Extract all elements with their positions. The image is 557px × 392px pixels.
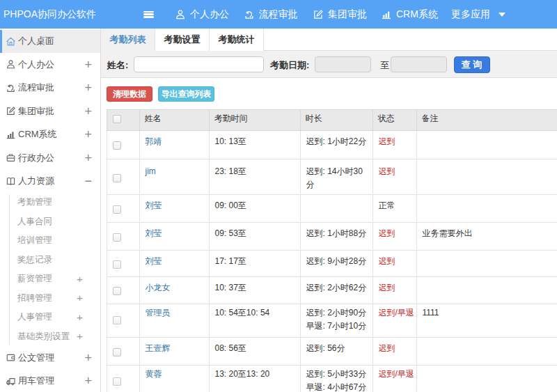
employee-name-link[interactable]: 刘莹 <box>146 201 162 210</box>
export-list-button[interactable]: 导出查询列表 <box>158 86 214 102</box>
sidebar-item-label: 人力资源 <box>18 175 54 187</box>
sidebar-item-9[interactable]: 用车管理+ <box>0 370 100 392</box>
sidebar-subitem-label: 基础类别设置 <box>17 331 70 343</box>
sidebar-item-3[interactable]: 流程审批+ <box>0 77 100 100</box>
table-head: 姓名考勤时间时长状态备注 <box>107 110 557 131</box>
row-checkbox[interactable] <box>113 260 121 269</box>
expand-toggle[interactable]: + <box>84 127 92 142</box>
attendance-time-cell: 10: 37至 <box>209 277 300 304</box>
row-checkbox[interactable] <box>113 141 121 150</box>
sidebar-subitem-label: 人事合同 <box>17 216 52 228</box>
employee-name-link[interactable]: 小龙女 <box>146 283 171 292</box>
name-cell: 小龙女 <box>139 277 209 304</box>
sidebar-item-5[interactable]: CRM系统+ <box>0 123 100 147</box>
employee-name-link[interactable]: 刘莹 <box>146 256 162 266</box>
sidebar-item-2[interactable]: 个人办公+ <box>0 53 100 77</box>
employee-name-link[interactable]: 刘莹 <box>146 228 162 238</box>
top-nav-item-1[interactable]: 个人办公 <box>175 0 229 29</box>
note-cell <box>416 195 557 223</box>
row-select-cell <box>107 338 139 366</box>
query-button[interactable]: 查 询 <box>454 56 490 73</box>
edit-icon <box>313 9 324 20</box>
top-nav-label: 更多应用 <box>451 8 490 21</box>
edit-icon <box>6 106 16 116</box>
sidebar-subitem-1[interactable]: 考勤管理 <box>0 193 100 212</box>
attendance-table: 姓名考勤时间时长状态备注 郭靖10: 13至迟到: 1小时22分迟到jim23:… <box>107 109 557 392</box>
expand-toggle[interactable]: + <box>84 57 92 72</box>
column-header-3: 时长 <box>300 110 372 131</box>
top-nav-item-2[interactable]: 流程审批 <box>244 0 298 29</box>
duration-cell: 迟到: 9小时28分 <box>300 251 372 277</box>
row-checkbox[interactable] <box>113 377 121 386</box>
top-nav-item-4[interactable]: CRM系统 <box>381 0 438 29</box>
row-checkbox[interactable] <box>113 348 121 356</box>
filter-panel: 姓名: 考勤日期: 至 查 询 <box>101 51 557 78</box>
name-cell: 管理员 <box>139 304 209 338</box>
sidebar-item-8[interactable]: 公文管理+ <box>0 346 100 370</box>
employee-name-link[interactable]: 郭靖 <box>146 136 162 146</box>
sidebar-submenu: 考勤管理人事合同培训管理奖惩记录薪资管理+招聘管理+人事管理+基础类别设置+ <box>0 193 100 346</box>
icon-shape <box>7 155 15 161</box>
date-from-input[interactable] <box>315 56 371 72</box>
employee-name-link[interactable]: 黄蓉 <box>146 369 162 379</box>
icon-shape <box>8 84 14 91</box>
sidebar-subitem-label: 招聘管理 <box>17 292 52 304</box>
row-checkbox[interactable] <box>113 287 121 295</box>
row-checkbox[interactable] <box>113 233 121 242</box>
row-checkbox[interactable] <box>113 174 121 182</box>
truck-icon <box>6 376 16 386</box>
select-all-checkbox[interactable] <box>113 115 121 123</box>
expand-toggle[interactable]: + <box>84 350 92 365</box>
sidebar-item-4[interactable]: 集团审批+ <box>0 100 100 123</box>
attendance-time-cell: 09: 53至 <box>209 223 300 251</box>
expand-toggle[interactable]: + <box>84 104 92 118</box>
sidebar-subitem-7[interactable]: 人事管理+ <box>0 308 100 327</box>
expand-toggle[interactable]: + <box>84 150 92 165</box>
sidebar-subitem-6[interactable]: 招聘管理+ <box>0 289 100 308</box>
status-text: 迟到 <box>379 343 395 353</box>
tab-2[interactable]: 考勤设置 <box>155 29 210 51</box>
wallet-icon-wrap <box>6 352 16 363</box>
employee-name-link[interactable]: 王壹辉 <box>146 343 171 353</box>
duration-text: 迟到: 5小时33分 <box>306 369 367 379</box>
row-checkbox[interactable] <box>113 316 121 324</box>
employee-name-link[interactable]: 管理员 <box>146 308 171 317</box>
tab-3[interactable]: 考勤统计 <box>210 29 264 51</box>
tab-1[interactable]: 考勤列表 <box>101 29 155 52</box>
sidebar-subitem-4[interactable]: 奖惩记录 <box>0 251 100 270</box>
sidebar-item-6[interactable]: 行政办公+ <box>0 146 100 170</box>
sidebar-subitem-5[interactable]: 薪资管理+ <box>0 269 100 289</box>
employee-name-link[interactable]: jim <box>146 166 156 176</box>
caret-down-icon <box>499 13 505 17</box>
expand-toggle[interactable]: + <box>84 81 92 95</box>
status-text: 迟到 <box>379 166 395 176</box>
expand-toggle[interactable]: − <box>84 174 92 189</box>
sidebar-subitem-8[interactable]: 基础类别设置+ <box>0 327 100 347</box>
sidebar-subitem-3[interactable]: 培训管理 <box>0 231 100 251</box>
expand-toggle[interactable]: + <box>84 374 92 389</box>
duration-text: 早退: 7小时10分 <box>306 321 367 331</box>
status-text: 迟到 <box>379 283 395 292</box>
sidebar-item-7[interactable]: 人力资源− <box>0 170 100 194</box>
user-icon <box>6 59 16 70</box>
expand-toggle[interactable]: + <box>77 292 83 304</box>
duration-text: 迟到: 2小时62分 <box>306 283 367 292</box>
sidebar-item-1[interactable]: 个人桌面 <box>0 30 100 54</box>
sidebar-subitem-2[interactable]: 人事合同 <box>0 212 100 232</box>
top-nav-item-5[interactable]: 更多应用 <box>451 0 505 29</box>
table-row-6: 小龙女10: 37至迟到: 2小时62分迟到 <box>107 277 557 304</box>
briefcase-icon-wrap <box>6 152 16 163</box>
icon-shape <box>382 11 391 18</box>
clear-data-button[interactable]: 清理数据 <box>107 86 152 102</box>
expand-toggle[interactable]: + <box>77 273 83 285</box>
name-input[interactable] <box>134 56 264 72</box>
share-icon <box>6 83 16 93</box>
row-checkbox[interactable] <box>113 205 121 214</box>
top-nav-item-3[interactable]: 集团审批 <box>313 0 367 29</box>
date-to-input[interactable] <box>391 56 447 72</box>
row-select-cell <box>107 366 139 392</box>
edit-icon-wrap <box>313 9 324 20</box>
status-cell: 迟到 <box>372 131 416 159</box>
expand-toggle[interactable]: + <box>77 311 83 324</box>
expand-toggle[interactable]: + <box>77 330 83 343</box>
